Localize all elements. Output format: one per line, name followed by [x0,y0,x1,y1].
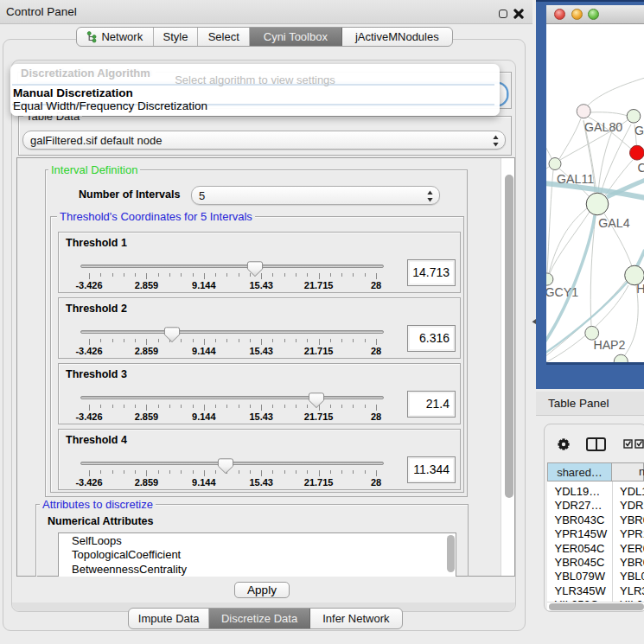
svg-text:GAL11: GAL11 [557,172,594,186]
svg-text:GAL4: GAL4 [598,216,629,230]
svg-text:H: H [636,282,644,296]
svg-text:HAP2: HAP2 [593,338,625,352]
svg-text:GCY1: GCY1 [546,285,578,299]
svg-text:GA: GA [634,124,644,137]
svg-text:CY: CY [638,161,644,175]
svg-text:GAL80: GAL80 [584,120,622,134]
